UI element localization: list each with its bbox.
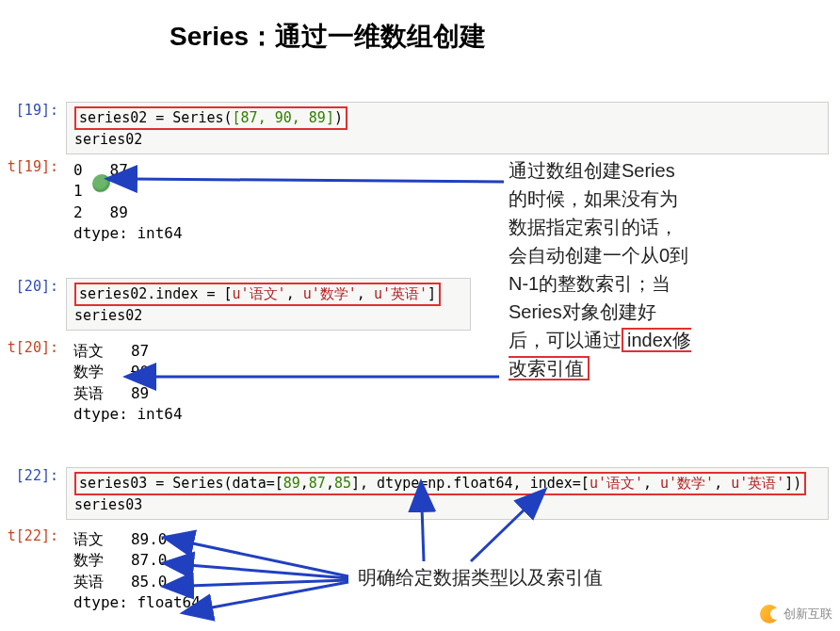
out22-r1-val: 87.0	[131, 551, 168, 569]
out19-r2-val: 89	[110, 203, 128, 221]
note1-l3: 数据指定索引的话，	[509, 217, 678, 237]
out19-r0-val: 87	[110, 161, 128, 179]
note1-l7a: 后，可以通过	[509, 330, 622, 350]
note1-l7b: index修	[627, 330, 691, 350]
code-area-20: series02.index = [u'语文', u'数学', u'英语'] s…	[66, 278, 471, 331]
code-22-line2: series03	[74, 496, 142, 513]
svg-line-5	[188, 542, 348, 576]
watermark-text: 创新互联	[783, 606, 832, 623]
cell-out-19: t[19]: 0 87 1 2 89 dtype: int64	[0, 158, 190, 247]
out19-r0-idx: 0	[73, 161, 83, 179]
out19-r1-idx: 1	[73, 182, 83, 200]
code-area-19: series02 = Series([87, 90, 89]) series02	[66, 102, 829, 154]
prompt-in-20: [20]:	[0, 278, 66, 331]
code-box-20: series02.index = [u'语文', u'数学', u'英语']	[74, 283, 441, 306]
cell-out-20: t[20]: 语文 87 数学 90 英语 89 dtype: int64	[0, 339, 190, 428]
out22-r2-val: 85.0	[131, 573, 168, 591]
out20-r2-idx: 英语	[73, 384, 104, 402]
out22-r0-idx: 语文	[73, 530, 104, 548]
cell-in-19: [19]: series02 = Series([87, 90, 89]) se…	[0, 102, 829, 154]
svg-line-6	[188, 565, 348, 578]
code-19-line2: series02	[74, 131, 142, 148]
cursor-icon	[92, 174, 111, 193]
code-20-line2: series02	[74, 307, 142, 324]
note1-l5: N-1的整数索引；当	[509, 273, 670, 294]
note1-l1: 通过数组创建Series	[509, 160, 675, 181]
prompt-in-19: [19]:	[0, 102, 66, 154]
out22-r2-idx: 英语	[73, 573, 104, 591]
out19-dtype: dtype: int64	[73, 224, 183, 242]
output-19: 0 87 1 2 89 dtype: int64	[66, 158, 190, 247]
out22-r1-idx: 数学	[73, 551, 104, 569]
code-box-22: series03 = Series(data=[89,87,85], dtype…	[74, 472, 806, 495]
watermark: 创新互联	[760, 605, 832, 623]
svg-line-7	[188, 580, 348, 586]
prompt-in-22: [22]:	[0, 467, 66, 520]
out22-r0-val: 89.0	[131, 530, 168, 548]
note-explanation: 通过数组创建Series 的时候，如果没有为 数据指定索引的话， 会自动创建一个…	[509, 156, 819, 382]
out22-dtype: dtype: float64	[73, 593, 201, 611]
out20-r1-val: 90	[131, 363, 149, 380]
page-title: Series：通过一维数组创建	[170, 19, 486, 55]
cell-in-22: [22]: series03 = Series(data=[89,87,85],…	[0, 467, 829, 520]
prompt-out-20: t[20]:	[0, 339, 66, 428]
cell-out-22: t[22]: 语文 89.0 数学 87.0 英语 85.0 dtype: fl…	[0, 527, 208, 616]
code-area-22: series03 = Series(data=[89,87,85], dtype…	[66, 467, 829, 520]
watermark-logo-icon	[760, 605, 779, 623]
note1-l8: 改索引值	[509, 358, 584, 379]
note-bottom: 明确给定数据类型以及索引值	[358, 563, 603, 591]
prompt-out-22: t[22]:	[0, 527, 66, 616]
out19-r2-idx: 2	[73, 203, 83, 221]
out20-r0-idx: 语文	[73, 342, 104, 360]
note1-l4: 会自动创建一个从0到	[509, 245, 688, 266]
out20-r1-idx: 数学	[73, 363, 104, 380]
note1-l6: Series对象创建好	[509, 301, 656, 322]
output-20: 语文 87 数学 90 英语 89 dtype: int64	[66, 339, 190, 428]
prompt-out-19: t[19]:	[0, 158, 66, 247]
cell-in-20: [20]: series02.index = [u'语文', u'数学', u'…	[0, 278, 471, 331]
note1-l2: 的时候，如果没有为	[509, 188, 678, 209]
out20-r2-val: 89	[131, 384, 149, 402]
output-22: 语文 89.0 数学 87.0 英语 85.0 dtype: float64	[66, 527, 208, 616]
svg-line-8	[207, 582, 348, 608]
code-box-19: series02 = Series([87, 90, 89])	[74, 106, 347, 130]
out20-r0-val: 87	[131, 342, 149, 360]
out20-dtype: dtype: int64	[73, 405, 183, 423]
